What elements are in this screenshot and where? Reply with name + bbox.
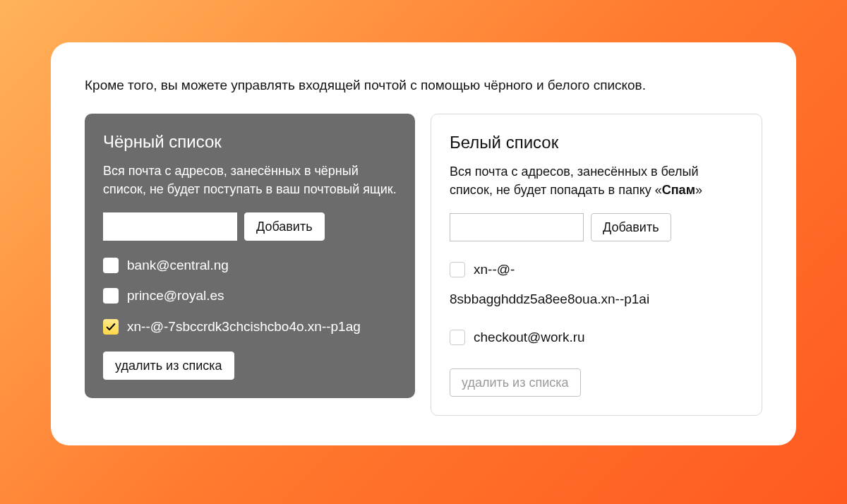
list-item-label: bank@central.ng (127, 256, 229, 275)
list-item: prince@royal.es (103, 287, 397, 305)
checkbox[interactable] (103, 319, 119, 335)
whitelist-desc-suffix: » (695, 183, 702, 197)
settings-card: Кроме того, вы можете управлять входящей… (51, 42, 796, 445)
blacklist-add-button[interactable]: Добавить (244, 212, 325, 241)
whitelist-input-row: Добавить (450, 213, 743, 241)
whitelist-remove-button[interactable]: удалить из списка (450, 368, 581, 397)
panels-row: Чёрный список Вся почта с адресов, занес… (85, 114, 762, 416)
whitelist-title: Белый список (450, 133, 743, 152)
list-item-label: xn--@- (474, 257, 515, 282)
blacklist-title: Чёрный список (103, 132, 397, 152)
checkbox[interactable] (450, 262, 465, 277)
list-item-label: prince@royal.es (127, 287, 224, 305)
whitelist-desc-prefix: Вся почта с адресов, занесённых в белый … (450, 164, 699, 197)
blacklist-email-input[interactable] (103, 212, 237, 241)
list-item-label-continuation: 8sbbagghddz5a8ee8oua.xn--p1ai (450, 287, 743, 312)
blacklist-desc: Вся почта с адресов, занесённых в чёрный… (103, 162, 397, 198)
checkbox[interactable] (450, 330, 465, 345)
list-item-row: xn--@- (450, 257, 743, 282)
whitelist-desc-bold: Спам (662, 183, 695, 197)
list-item-row: checkout@work.ru (450, 325, 743, 350)
blacklist-panel: Чёрный список Вся почта с адресов, занес… (85, 114, 415, 398)
intro-text: Кроме того, вы можете управлять входящей… (85, 76, 762, 95)
list-item-label: xn--@-7sbccrdk3chcishcbo4o.xn--p1ag (127, 318, 361, 336)
whitelist-list: xn--@-8sbbagghddz5a8ee8oua.xn--p1aicheck… (450, 257, 743, 350)
list-item: xn--@-7sbccrdk3chcishcbo4o.xn--p1ag (103, 318, 397, 336)
list-item: checkout@work.ru (450, 325, 743, 350)
blacklist-list: bank@central.ngprince@royal.esxn--@-7sbc… (103, 256, 397, 336)
whitelist-email-input[interactable] (450, 213, 584, 241)
whitelist-panel: Белый список Вся почта с адресов, занесё… (431, 114, 762, 416)
whitelist-add-button[interactable]: Добавить (591, 213, 671, 241)
list-item: xn--@-8sbbagghddz5a8ee8oua.xn--p1ai (450, 257, 743, 312)
whitelist-desc: Вся почта с адресов, занесённых в белый … (450, 162, 743, 199)
check-icon (105, 321, 116, 332)
blacklist-remove-button[interactable]: удалить из списка (103, 352, 234, 380)
list-item-label: checkout@work.ru (474, 325, 585, 350)
checkbox[interactable] (103, 288, 119, 304)
checkbox[interactable] (103, 258, 119, 273)
blacklist-input-row: Добавить (103, 212, 397, 241)
list-item: bank@central.ng (103, 256, 397, 275)
